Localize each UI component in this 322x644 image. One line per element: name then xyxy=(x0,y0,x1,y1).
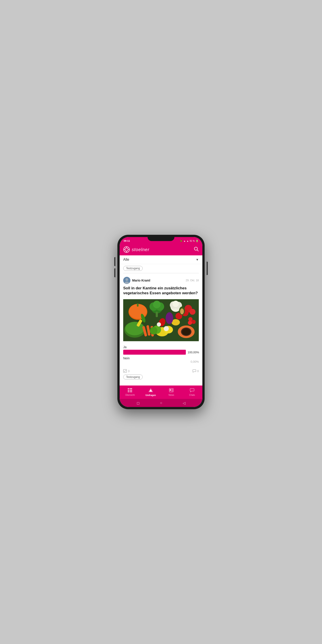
tag-bottom-chip[interactable]: Testzugang xyxy=(123,374,143,380)
battery-percent: 91 % xyxy=(190,240,195,242)
post-date: 29. Okt. 18 xyxy=(186,279,199,282)
svg-point-45 xyxy=(157,322,161,327)
poll-bar-fill-ja xyxy=(123,350,186,355)
nav-item-news[interactable]: News xyxy=(161,388,182,396)
notch xyxy=(148,235,174,241)
status-icons: 🔕 ▲ ▲ 91 % 🔋 xyxy=(180,240,198,242)
svg-rect-64 xyxy=(172,389,173,390)
back-button[interactable]: ◁ xyxy=(183,401,185,405)
svg-point-47 xyxy=(192,320,196,324)
svg-rect-56 xyxy=(130,390,132,391)
post-footer: 3 0 xyxy=(123,369,199,374)
svg-point-28 xyxy=(125,322,144,336)
tag-bottom-row: Testzugang xyxy=(123,374,199,381)
phone-screen: 09:11 🔕 ▲ ▲ 91 % 🔋 stoelner xyxy=(120,237,202,407)
post-author: Mario Kraml xyxy=(123,277,150,284)
comment-icon xyxy=(192,369,196,373)
nav-item-ubersicht[interactable]: Übersicht xyxy=(120,388,140,396)
bottom-nav: Übersicht Umfragen xyxy=(120,386,202,399)
svg-point-41 xyxy=(150,327,158,334)
poll-bar-ja: 100,00% xyxy=(123,350,199,355)
svg-point-36 xyxy=(182,328,190,335)
filter-row[interactable]: Alle ▼ xyxy=(120,255,202,264)
post-title: Soll in der Kantine ein zusätzliches veg… xyxy=(123,286,199,296)
svg-rect-58 xyxy=(130,391,132,392)
wifi-icon: ▲ xyxy=(183,240,186,242)
svg-point-39 xyxy=(166,312,173,324)
svg-rect-14 xyxy=(137,304,139,306)
content-area: Alle ▼ Testzugang xyxy=(120,255,202,386)
nav-label-ubersicht: Übersicht xyxy=(125,394,134,396)
volume-down-button xyxy=(114,268,116,277)
nav-label-news: News xyxy=(168,394,174,396)
logo-icon xyxy=(123,246,130,253)
svg-rect-65 xyxy=(172,390,173,390)
checkmark-icon xyxy=(123,369,127,373)
svg-rect-63 xyxy=(170,389,171,391)
filter-chevron-icon: ▼ xyxy=(196,258,199,262)
avatar-image xyxy=(123,277,130,284)
nav-label-umfragen: Umfragen xyxy=(145,394,156,396)
search-button[interactable] xyxy=(194,247,199,253)
post-meta: Mario Kraml 29. Okt. 18 xyxy=(123,277,199,284)
recent-apps-button[interactable]: ◻ xyxy=(137,401,140,405)
ubersicht-icon xyxy=(128,388,132,393)
svg-line-7 xyxy=(197,250,198,251)
svg-point-23 xyxy=(173,301,179,307)
tag-row: Testzugang xyxy=(120,264,202,272)
poll-label-ja: Ja xyxy=(123,345,199,349)
avatar xyxy=(123,277,130,284)
poll-percent-nein: 0,00% xyxy=(123,360,199,363)
poll-option-ja: Ja 100,00% xyxy=(123,345,199,355)
svg-point-48 xyxy=(188,321,192,325)
svg-rect-54 xyxy=(130,388,132,389)
post-votes: 3 xyxy=(123,369,130,373)
android-nav-bar: ◻ ○ ◁ xyxy=(120,399,202,407)
nav-item-chats[interactable]: Chats xyxy=(182,388,202,396)
poll-results: Ja 100,00% Nein 0,00% xyxy=(123,345,199,367)
logo-area: stoelner xyxy=(123,246,149,253)
poll-label-nein: Nein xyxy=(123,356,199,360)
post-card: Mario Kraml 29. Okt. 18 Soll in der Kant… xyxy=(120,274,202,384)
home-button[interactable]: ○ xyxy=(160,401,162,405)
svg-point-44 xyxy=(164,326,169,331)
mute-icon: 🔕 xyxy=(180,240,182,242)
post-image xyxy=(123,298,199,342)
nav-item-umfragen[interactable]: Umfragen xyxy=(140,388,161,396)
app-header: stoelner xyxy=(120,244,202,255)
comments-count: 0 xyxy=(197,370,199,373)
chats-icon xyxy=(190,388,194,393)
umfragen-icon xyxy=(148,388,153,394)
author-name: Mario Kraml xyxy=(132,278,150,282)
logo-text: stoelner xyxy=(132,247,149,252)
poll-percent-ja: 100,00% xyxy=(188,350,199,354)
news-icon xyxy=(169,388,174,393)
svg-rect-66 xyxy=(172,391,173,391)
svg-point-18 xyxy=(153,301,160,308)
volume-up-button xyxy=(114,257,116,266)
power-button xyxy=(206,262,208,275)
svg-rect-55 xyxy=(128,390,130,391)
signal-icon: ▲ xyxy=(186,240,189,242)
poll-bar-bg-ja xyxy=(123,350,186,355)
poll-option-nein: Nein 0,00% xyxy=(123,356,199,363)
nav-label-chats: Chats xyxy=(189,394,195,396)
svg-point-1 xyxy=(125,248,128,251)
svg-rect-53 xyxy=(128,388,130,389)
post-comments: 0 xyxy=(192,369,199,373)
svg-rect-57 xyxy=(128,391,130,392)
phone-frame: 09:11 🔕 ▲ ▲ 91 % 🔋 stoelner xyxy=(118,235,204,409)
battery-icon: 🔋 xyxy=(196,240,198,242)
divider xyxy=(123,273,199,273)
filter-label: Alle xyxy=(123,258,129,262)
votes-count: 3 xyxy=(128,370,130,373)
svg-point-51 xyxy=(180,308,184,314)
tag-chip[interactable]: Testzugang xyxy=(123,266,143,271)
svg-point-25 xyxy=(190,309,196,314)
svg-point-9 xyxy=(126,278,128,281)
svg-rect-19 xyxy=(156,312,158,317)
status-time: 09:11 xyxy=(124,240,130,242)
